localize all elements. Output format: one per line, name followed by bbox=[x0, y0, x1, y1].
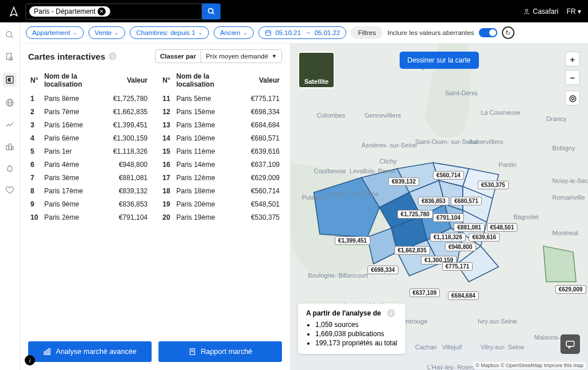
table-row[interactable]: 17Paris 12ème€629,009 bbox=[161, 172, 281, 184]
svg-rect-20 bbox=[49, 349, 50, 355]
panel-title: Cartes interactives bbox=[28, 52, 105, 61]
filter-age[interactable]: Ancien⌄ bbox=[214, 26, 254, 39]
map-price-label[interactable]: €839,132 bbox=[388, 177, 419, 186]
locate-button[interactable]: ◎ bbox=[565, 91, 580, 106]
svg-line-1 bbox=[212, 12, 214, 14]
map-price-label[interactable]: €948,800 bbox=[445, 243, 476, 251]
buildings-icon[interactable] bbox=[4, 141, 16, 152]
search-button[interactable] bbox=[202, 3, 220, 20]
map-city-label: Clichy bbox=[380, 158, 397, 165]
chart-icon[interactable] bbox=[4, 119, 16, 130]
filter-transaction[interactable]: Vente⌄ bbox=[88, 26, 125, 39]
map-price-label[interactable]: €637,109 bbox=[409, 289, 440, 297]
map-city-label: Boulogne- Billancourt bbox=[308, 272, 368, 279]
table-row[interactable]: 14Paris 10ème€680,571 bbox=[161, 132, 281, 144]
svg-point-0 bbox=[208, 8, 213, 13]
chat-button[interactable] bbox=[560, 334, 580, 354]
advanced-analysis-button[interactable]: Analyse marché avancée bbox=[28, 341, 152, 362]
sort-selector[interactable]: Classer par Prix moyen demandé▼ bbox=[155, 49, 282, 63]
filter-daterange[interactable]: 05.10.21→05.01.22 bbox=[258, 26, 346, 39]
map-city-label: Asnières- sur-Seine bbox=[362, 142, 417, 149]
search-chip[interactable]: Paris - Département ✕ bbox=[29, 6, 110, 17]
refresh-icon[interactable]: ↻ bbox=[502, 26, 514, 39]
analysis-item: 199,173 propriétés au total bbox=[315, 339, 397, 347]
filter-rooms[interactable]: Chambres: depuis 1⌄ bbox=[130, 26, 209, 39]
info-icon[interactable]: i bbox=[387, 309, 395, 317]
zoom-out-button[interactable]: − bbox=[565, 70, 580, 85]
user-name: Casafari bbox=[533, 7, 559, 15]
map-price-label[interactable]: €639,616 bbox=[469, 233, 500, 242]
table-row[interactable]: 1Paris 8ème€1,725,780 bbox=[29, 92, 149, 104]
info-icon[interactable]: i bbox=[109, 52, 117, 60]
zoom-in-button[interactable]: + bbox=[565, 52, 580, 67]
heart-icon[interactable] bbox=[4, 184, 16, 196]
draw-on-map-button[interactable]: Dessiner sur la carte bbox=[399, 52, 478, 69]
map-city-label: Cachan bbox=[415, 344, 437, 350]
map-price-label[interactable]: €791,104 bbox=[433, 213, 464, 222]
table-row[interactable]: 13Paris 13ème€684,684 bbox=[161, 119, 281, 131]
map-price-label[interactable]: €775,171 bbox=[442, 262, 473, 271]
left-panel: Cartes interactives i Classer par Prix m… bbox=[20, 44, 290, 370]
table-row[interactable]: 7Paris 3ème€881,081 bbox=[29, 172, 149, 184]
map-city-label: Levallois- Perret bbox=[350, 168, 395, 174]
map-price-label[interactable]: €836,853 bbox=[418, 197, 449, 205]
table-row[interactable]: 3Paris 16ème€1,399,451 bbox=[29, 119, 149, 131]
map[interactable]: ArgenteuilSaint-DenisLa CourneuveDrancyG… bbox=[290, 44, 588, 370]
ranking-table-right: N°Nom de la localisationValeur 11Paris 5… bbox=[160, 69, 282, 224]
map-price-label[interactable]: €698,334 bbox=[368, 266, 399, 274]
map-city-label: Bobigny bbox=[552, 145, 575, 151]
outliers-toggle[interactable] bbox=[479, 28, 497, 37]
map-price-label[interactable]: €684,684 bbox=[448, 291, 479, 300]
map-city-label: Bagnolet bbox=[513, 213, 538, 220]
lang-selector[interactable]: FR ▾ bbox=[567, 7, 581, 15]
map-price-label[interactable]: €548,501 bbox=[487, 223, 518, 232]
search-icon[interactable] bbox=[4, 29, 16, 41]
market-report-button[interactable]: Rapport marché bbox=[158, 341, 282, 362]
table-row[interactable]: 8Paris 17ème€839,132 bbox=[29, 185, 149, 197]
search-chip-label: Paris - Département bbox=[34, 7, 95, 15]
map-price-label[interactable]: €1,662,835 bbox=[394, 246, 430, 255]
globe-icon[interactable] bbox=[4, 97, 16, 108]
table-row[interactable]: 5Paris 1er€1,118,326 bbox=[29, 145, 149, 157]
table-row[interactable]: 11Paris 5ème€775,171 bbox=[161, 92, 281, 104]
euro-map-icon[interactable]: € bbox=[3, 73, 17, 87]
map-price-label[interactable]: €560,714 bbox=[433, 171, 464, 180]
svg-line-4 bbox=[11, 36, 13, 38]
map-city-label: Ivry-sur-Seine bbox=[478, 318, 517, 325]
sidebar: € bbox=[0, 22, 20, 370]
document-search-icon[interactable] bbox=[4, 51, 16, 63]
table-row[interactable]: 18Paris 18ème€560,714 bbox=[161, 185, 281, 197]
map-price-label[interactable]: €629,009 bbox=[555, 285, 586, 294]
close-icon[interactable]: ✕ bbox=[98, 7, 106, 15]
map-price-label[interactable]: €881,081 bbox=[454, 223, 485, 232]
table-row[interactable]: 20Paris 19ème€530,375 bbox=[161, 211, 281, 223]
bell-icon[interactable] bbox=[4, 162, 16, 174]
analysis-item: 1,059 sources bbox=[315, 321, 397, 329]
table-row[interactable]: 15Paris 11ème€639,616 bbox=[161, 145, 281, 157]
filter-type[interactable]: Appartement⌄ bbox=[26, 26, 84, 39]
map-city-label: Neuilly- sur-Seine bbox=[328, 190, 378, 197]
map-price-label[interactable]: €1,118,326 bbox=[430, 233, 466, 242]
table-row[interactable]: 12Paris 15ème€698,334 bbox=[161, 106, 281, 118]
analysis-summary: A partir de l'analyse dei 1,059 sources1… bbox=[298, 303, 405, 354]
map-price-label[interactable]: €530,375 bbox=[478, 181, 509, 189]
svg-rect-5 bbox=[7, 53, 11, 60]
table-row[interactable]: 9Paris 9ème€836,853 bbox=[29, 198, 149, 210]
table-row[interactable]: 2Paris 7ème€1,662,835 bbox=[29, 106, 149, 118]
map-price-label[interactable]: €1,399,451 bbox=[335, 236, 370, 245]
satellite-toggle[interactable]: Satellite bbox=[298, 52, 335, 88]
table-row[interactable]: 19Paris 20ème€548,501 bbox=[161, 198, 281, 210]
table-row[interactable]: 4Paris 6ème€1,300,159 bbox=[29, 132, 149, 144]
search-input[interactable]: Paris - Département ✕ bbox=[25, 3, 202, 20]
table-row[interactable]: 16Paris 14ème€637,109 bbox=[161, 158, 281, 170]
map-price-label[interactable]: €1,725,780 bbox=[397, 210, 433, 219]
table-row[interactable]: 10Paris 2ème€791,104 bbox=[29, 211, 149, 223]
svg-marker-42 bbox=[543, 246, 576, 282]
map-price-label[interactable]: €680,571 bbox=[451, 197, 482, 205]
user-menu[interactable]: Casafari bbox=[523, 7, 559, 15]
map-city-label: Montreuil bbox=[552, 229, 578, 236]
filters-button[interactable]: Filtres bbox=[351, 26, 382, 39]
top-right: Casafari FR ▾ bbox=[523, 7, 581, 15]
help-icon[interactable]: i bbox=[25, 355, 35, 365]
table-row[interactable]: 6Paris 4ème€948,800 bbox=[29, 158, 149, 170]
